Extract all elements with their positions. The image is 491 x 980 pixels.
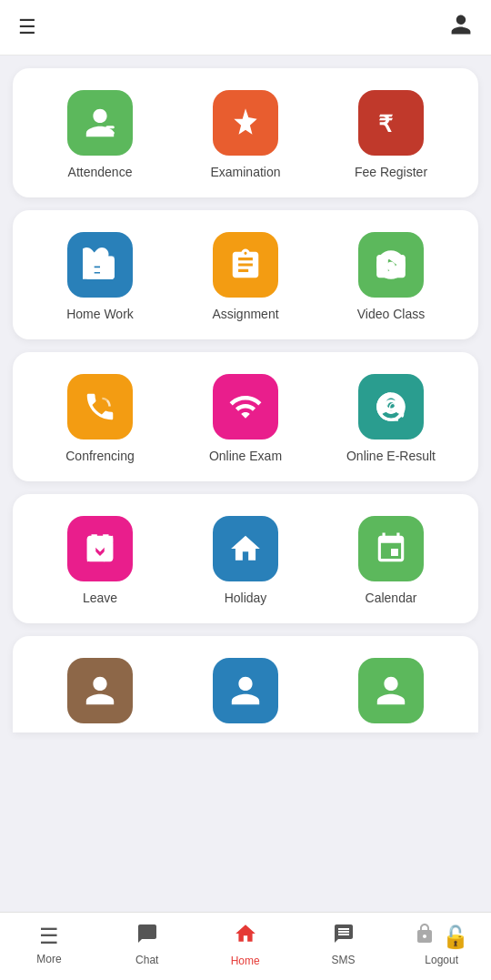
card-row-1: Attendence Examination ₹ Fee Register (13, 68, 478, 197)
online-e-result-label: Online E-Result (346, 449, 436, 463)
video-class-icon-wrap (358, 232, 424, 298)
svg-rect-0 (105, 126, 114, 128)
chat-label: Chat (135, 954, 158, 966)
conferencing-icon-wrap (67, 374, 133, 439)
partial-2-icon-wrap (213, 658, 278, 723)
menu-item-examination[interactable]: Examination (191, 90, 300, 179)
examination-label: Examination (210, 165, 280, 179)
home-label: Home (231, 955, 260, 967)
main-content: Attendence Examination ₹ Fee Register Ho… (0, 56, 491, 805)
card-row-4: Leave Holiday Calendar (13, 494, 478, 623)
card-row-2: Home Work Assignment Video Class (13, 210, 478, 339)
conferencing-label: Confrencing (65, 449, 135, 463)
video-class-label: Video Class (357, 307, 425, 321)
menu-item-partial-1[interactable] (45, 658, 155, 723)
chat-icon (136, 923, 158, 950)
home-work-label: Home Work (66, 307, 134, 321)
holiday-label: Holiday (225, 591, 267, 605)
menu-item-online-e-result[interactable]: @ Online E-Result (336, 374, 446, 463)
logout-label: Logout (425, 954, 458, 966)
menu-item-assignment[interactable]: Assignment (191, 232, 300, 321)
bottom-nav: ☰ More Chat Home SMS 🔓 Logout (0, 912, 491, 980)
nav-chat[interactable]: Chat (120, 923, 175, 966)
menu-item-fee-register[interactable]: ₹ Fee Register (336, 90, 446, 179)
online-exam-icon-wrap (213, 374, 278, 439)
holiday-icon-wrap (213, 516, 278, 581)
card-row-3: Confrencing Online Exam @ Online E-Resul… (13, 352, 478, 481)
examination-icon-wrap (213, 90, 278, 156)
more-label: More (36, 953, 61, 965)
profile-icon[interactable] (449, 13, 473, 42)
fee-register-icon-wrap: ₹ (358, 90, 424, 156)
sms-icon (333, 923, 355, 950)
menu-item-holiday[interactable]: Holiday (191, 516, 300, 605)
online-exam-label: Online Exam (209, 449, 282, 463)
calendar-icon-wrap (358, 516, 424, 581)
partial-1-icon-wrap (67, 658, 133, 723)
card-row-partial (13, 636, 478, 732)
menu-item-partial-3[interactable] (336, 658, 446, 723)
nav-more[interactable]: ☰ More (22, 924, 76, 965)
assignment-icon-wrap (213, 232, 278, 298)
menu-item-online-exam[interactable]: Online Exam (191, 374, 300, 463)
nav-sms[interactable]: SMS (316, 923, 371, 966)
menu-item-leave[interactable]: Leave (45, 516, 155, 605)
leave-label: Leave (83, 591, 117, 605)
logout-icon: 🔓 (414, 923, 469, 950)
nav-logout[interactable]: 🔓 Logout (414, 923, 469, 966)
hamburger-icon[interactable]: ☰ (18, 15, 36, 39)
menu-item-partial-2[interactable] (191, 658, 300, 723)
assignment-label: Assignment (212, 307, 278, 321)
nav-home[interactable]: Home (218, 922, 273, 967)
menu-item-video-class[interactable]: Video Class (336, 232, 446, 321)
home-work-icon-wrap (67, 232, 133, 298)
svg-rect-1 (105, 132, 114, 135)
menu-item-conferencing[interactable]: Confrencing (45, 374, 155, 463)
fee-register-label: Fee Register (355, 165, 427, 179)
menu-item-attendence[interactable]: Attendence (45, 90, 155, 179)
calendar-label: Calendar (366, 591, 417, 605)
attendence-label: Attendence (68, 165, 133, 179)
home-icon (234, 922, 257, 951)
more-icon: ☰ (39, 924, 59, 949)
attendence-icon-wrap (67, 90, 133, 156)
sms-label: SMS (331, 954, 355, 966)
online-e-result-icon-wrap: @ (358, 374, 424, 439)
header: ☰ (0, 0, 491, 56)
menu-item-home-work[interactable]: Home Work (45, 232, 155, 321)
leave-icon-wrap (67, 516, 133, 581)
partial-3-icon-wrap (358, 658, 424, 723)
svg-text:₹: ₹ (378, 111, 393, 136)
menu-item-calendar[interactable]: Calendar (336, 516, 446, 605)
